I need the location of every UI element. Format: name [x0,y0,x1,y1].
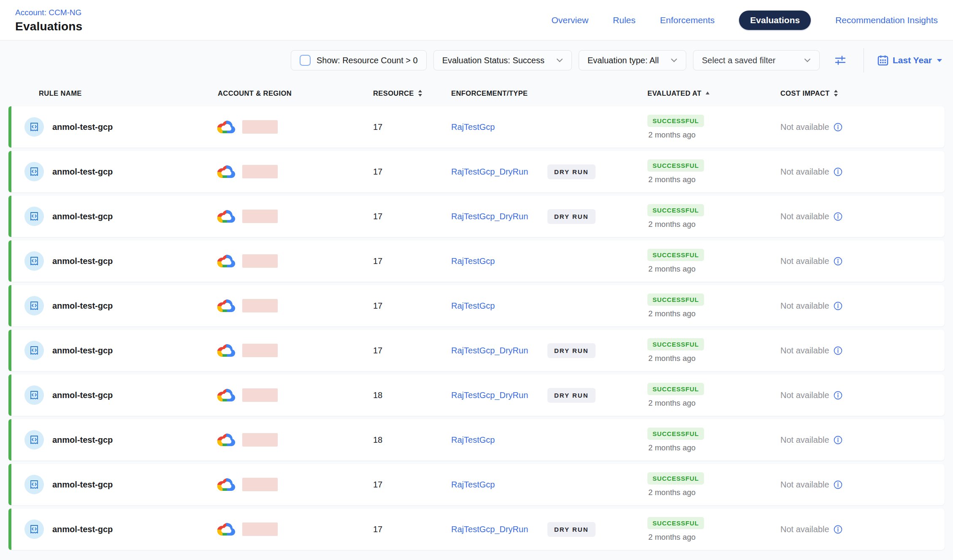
resource-count-checkbox-label: Show: Resource Count > 0 [317,56,418,65]
cost-impact-value: Not available [780,435,829,445]
table-row[interactable]: anmol-test-gcp 17 [8,464,945,505]
evaluated-time: 2 months ago [647,309,696,318]
evaluated-time: 2 months ago [647,264,696,274]
cost-impact-value: Not available [780,122,829,132]
rule-icon [24,207,44,226]
resource-count-checkbox[interactable] [300,55,311,66]
rule-name: anmol-test-gcp [52,256,113,266]
saved-filter-dropdown[interactable]: Select a saved filter [693,50,820,70]
enforcement-link[interactable]: RajTestGcp_DryRun [451,167,547,177]
enforcement-link[interactable]: RajTestGcp [451,301,547,311]
enforcement-link[interactable]: RajTestGcp_DryRun [451,525,547,534]
cost-impact-value: Not available [780,301,829,311]
evaluated-time: 2 months ago [647,398,696,408]
table-row[interactable]: anmol-test-gcp 17 [8,240,945,282]
rule-icon [24,117,44,137]
table-row[interactable]: anmol-test-gcp 17 [8,285,945,326]
column-header-account-region: ACCOUNT & REGION [203,89,363,97]
redacted-account-name [242,433,278,447]
breadcrumb[interactable]: Account: CCM-NG [15,8,82,17]
info-icon[interactable] [834,302,842,310]
rule-icon [24,385,44,405]
redacted-account-name [242,254,278,268]
redacted-account-name [242,210,278,223]
resource-count-filter-chip[interactable]: Show: Resource Count > 0 [291,50,427,70]
table-row[interactable]: anmol-test-gcp 18 [8,419,945,460]
dry-run-badge: DRY RUN [547,343,596,358]
rule-name: anmol-test-gcp [52,435,113,445]
info-icon[interactable] [834,346,842,355]
resource-count: 17 [373,256,382,266]
table-row[interactable]: anmol-test-gcp 17 [8,330,945,371]
table-row[interactable]: anmol-test-gcp 17 [8,151,945,192]
table-row[interactable]: anmol-test-gcp 17 [8,509,945,550]
redacted-account-name [242,165,278,178]
evaluated-time: 2 months ago [647,130,696,140]
column-header-resource[interactable]: RESOURCE [363,89,441,97]
gcp-cloud-icon [217,477,236,492]
enforcement-link[interactable]: RajTestGcp [451,435,547,445]
tab-evaluations[interactable]: Evaluations [739,11,811,30]
evaluation-type-dropdown[interactable]: Evaluation type: All [579,50,686,70]
rule-name: anmol-test-gcp [52,390,113,400]
sort-icon-evaluated-at-asc[interactable] [705,92,710,95]
tab-rules[interactable]: Rules [613,15,636,25]
info-icon[interactable] [834,257,842,266]
info-icon[interactable] [834,525,842,534]
evaluation-status-value: Evaluation Status: Success [442,56,544,65]
enforcement-link[interactable]: RajTestGcp [451,122,547,132]
enforcement-link[interactable]: RajTestGcp [451,256,547,266]
column-header-cost-impact[interactable]: COST IMPACT [770,89,945,97]
caret-down-icon [936,58,943,63]
enforcement-link[interactable]: RajTestGcp_DryRun [451,212,547,221]
tab-recommendation-insights[interactable]: Recommendation Insights [835,15,938,25]
evaluated-time: 2 months ago [647,354,696,363]
column-header-enforcement-type: ENFORCEMENT/TYPE [441,89,637,97]
info-icon[interactable] [834,391,842,400]
redacted-account-name [242,478,278,491]
rule-name: anmol-test-gcp [52,212,113,221]
resource-count: 17 [373,167,382,177]
page-title: Evaluations [15,20,82,33]
tab-enforcements[interactable]: Enforcements [660,15,715,25]
status-badge: SUCCESSFUL [647,204,704,216]
cost-impact-value: Not available [780,525,829,534]
gcp-cloud-icon [217,209,236,224]
cost-impact-value: Not available [780,390,829,400]
tab-overview[interactable]: Overview [552,15,589,25]
chevron-down-icon [804,58,811,62]
sort-icon-resource[interactable] [418,90,422,97]
status-badge: SUCCESSFUL [647,115,704,127]
rule-icon [24,296,44,315]
sliders-icon [834,54,847,67]
rule-icon [24,341,44,360]
column-header-rule-name: RULE NAME [8,89,203,97]
evaluated-time: 2 months ago [647,488,696,497]
divider [864,48,864,73]
enforcement-link[interactable]: RajTestGcp_DryRun [451,346,547,355]
rule-name: anmol-test-gcp [52,346,113,355]
info-icon[interactable] [834,212,842,221]
status-badge: SUCCESSFUL [647,428,704,440]
info-icon[interactable] [834,167,842,176]
enforcement-link[interactable]: RajTestGcp [451,480,547,490]
sort-icon-cost-impact[interactable] [834,90,838,97]
filter-settings-button[interactable] [831,51,850,70]
info-icon[interactable] [834,436,842,444]
table-row[interactable]: anmol-test-gcp 18 [8,374,945,416]
info-icon[interactable] [834,480,842,489]
resource-count: 17 [373,525,382,534]
dry-run-badge: DRY RUN [547,522,596,537]
cost-impact-value: Not available [780,346,829,355]
rule-icon [24,475,44,494]
enforcement-link[interactable]: RajTestGcp_DryRun [451,390,547,400]
rule-name: anmol-test-gcp [52,122,113,132]
resource-count: 17 [373,301,382,311]
dry-run-badge: DRY RUN [547,388,596,403]
evaluation-status-dropdown[interactable]: Evaluation Status: Success [433,50,572,70]
table-row[interactable]: anmol-test-gcp 17 [8,106,945,148]
info-icon[interactable] [834,123,842,132]
date-range-selector[interactable]: Last Year [877,55,943,66]
table-row[interactable]: anmol-test-gcp 17 [8,196,945,237]
column-header-evaluated-at[interactable]: EVALUATED AT [637,89,770,97]
